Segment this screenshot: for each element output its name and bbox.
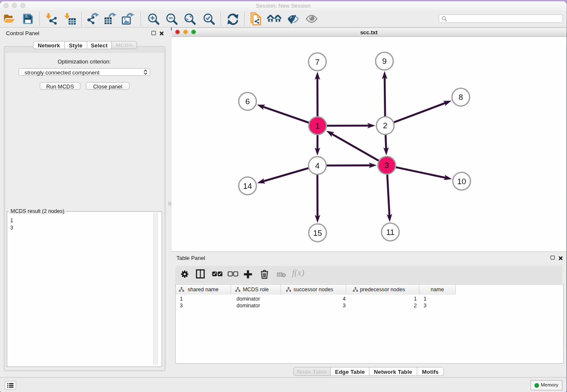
svg-text:8: 8 bbox=[459, 93, 463, 102]
svg-text:15: 15 bbox=[313, 229, 322, 237]
svg-text:6: 6 bbox=[245, 97, 250, 106]
svg-text:2: 2 bbox=[383, 121, 388, 130]
svg-text:3: 3 bbox=[385, 161, 389, 170]
svg-text:7: 7 bbox=[315, 58, 320, 66]
svg-text:9: 9 bbox=[382, 57, 387, 66]
svg-text:1: 1 bbox=[315, 121, 320, 130]
svg-text:11: 11 bbox=[386, 228, 395, 237]
svg-text:4: 4 bbox=[315, 161, 320, 170]
svg-text:14: 14 bbox=[243, 182, 252, 190]
svg-text:10: 10 bbox=[457, 177, 466, 186]
